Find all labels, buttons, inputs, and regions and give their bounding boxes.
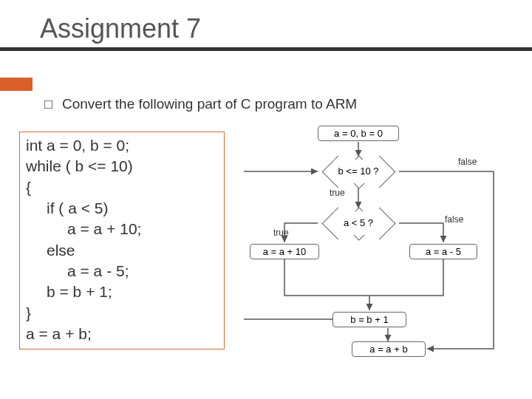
bullet-text: Convert the following part of C program … <box>62 96 505 112</box>
code-line: else <box>26 240 218 261</box>
edge-label-true-2: true <box>273 228 289 238</box>
flow-node-inc10: a = a + 10 <box>250 244 319 259</box>
flow-node-bpp: b = b + 1 <box>332 312 406 327</box>
flow-node-start: a = 0, b = 0 <box>318 126 399 141</box>
flowchart: a = 0, b = 0 b <= 10 ? a < 5 ? a = a + 1… <box>244 126 525 392</box>
title-underline <box>0 47 532 51</box>
code-box: int a = 0, b = 0; while ( b <= 10) { if … <box>19 132 225 349</box>
code-line: { <box>26 177 218 198</box>
flow-node-dec5: a = a - 5 <box>409 244 477 259</box>
code-line: int a = 0, b = 0; <box>26 135 218 156</box>
bullet-icon <box>44 100 52 109</box>
code-line: b = b + 1; <box>26 282 218 302</box>
edge-label-false-2: false <box>445 214 463 225</box>
flow-node-cond2: a < 5 ? <box>318 208 399 238</box>
flow-node-cond1: b <= 10 ? <box>318 157 399 186</box>
code-line: a = a + b; <box>26 324 218 344</box>
code-line: if ( a < 5) <box>26 198 218 219</box>
edge-label-false-1: false <box>458 157 477 167</box>
accent-bar <box>0 78 33 91</box>
code-line: a = a - 5; <box>26 261 218 282</box>
code-line: while ( b <= 10) <box>26 156 218 177</box>
code-line: } <box>26 303 218 324</box>
edge-label-true-1: true <box>330 188 345 198</box>
flow-node-sum: a = a + b <box>352 341 426 357</box>
page-title: Assignment 7 <box>40 13 532 44</box>
code-line: a = a + 10; <box>26 219 218 239</box>
